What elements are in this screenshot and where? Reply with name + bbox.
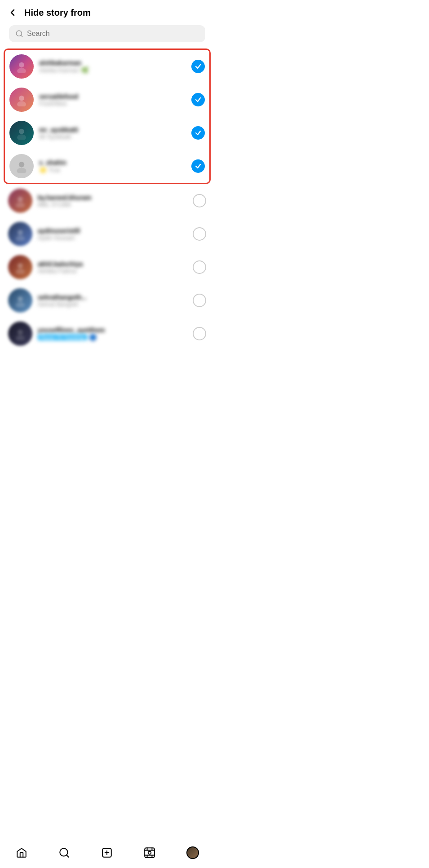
back-button[interactable]	[7, 7, 18, 18]
header: Hide story from	[0, 0, 214, 23]
avatar-8	[8, 288, 32, 313]
user-info-2: versatilefood FoodVibes	[39, 93, 186, 107]
user-item-3[interactable]: mr_ayubkatti Mr Ayubkatti	[5, 116, 209, 150]
svg-point-4	[19, 96, 24, 101]
user-item-5[interactable]: by.hareed.khuram MBL 371389	[4, 184, 211, 217]
user-info-4: s_shahin 🌟True	[39, 159, 186, 173]
user-info-1: alshbakarman Alshba Karman🌿	[39, 59, 186, 74]
checkbox-4[interactable]	[191, 159, 205, 173]
avatar-1	[9, 54, 34, 79]
search-container	[0, 23, 214, 48]
user-handle-4: s_shahin	[39, 159, 186, 166]
user-item-6[interactable]: aydinuseristill Aydin Hussain	[4, 217, 211, 251]
svg-point-6	[19, 129, 24, 134]
checkbox-6[interactable]	[193, 227, 206, 241]
svg-point-2	[19, 62, 24, 68]
user-handle-9: yousefllives_ayetthem	[38, 326, 187, 334]
user-item-4[interactable]: s_shahin 🌟True	[5, 150, 209, 183]
svg-point-10	[18, 197, 23, 202]
avatar-9	[8, 322, 32, 346]
svg-point-8	[19, 162, 24, 167]
user-info-5: by.hareed.khuram MBL 371389	[38, 194, 187, 208]
avatar-4	[9, 154, 34, 178]
checkbox-2[interactable]	[191, 93, 205, 106]
user-fullname-6: Aydin Hussain	[38, 234, 187, 241]
search-icon	[15, 30, 23, 38]
svg-point-18	[18, 330, 23, 335]
user-handle-5: by.hareed.khuram	[38, 194, 187, 201]
user-info-8: sehrathangoth... Sehrat Bangoth	[38, 294, 187, 308]
search-input[interactable]	[27, 30, 199, 38]
checkbox-5[interactable]	[193, 194, 206, 207]
avatar-7	[8, 255, 32, 279]
user-handle-2: versatilefood	[39, 93, 186, 100]
user-info-3: mr_ayubkatti Mr Ayubkatti	[39, 126, 186, 140]
user-fullname-4: 🌟True	[39, 166, 186, 173]
user-item-7[interactable]: akhil.balochiya Akhilba Fatima	[4, 251, 211, 284]
user-info-6: aydinuseristill Aydin Hussain	[38, 227, 187, 241]
user-handle-6: aydinuseristill	[38, 227, 187, 234]
checkbox-7[interactable]	[193, 260, 206, 274]
svg-point-5	[17, 101, 26, 106]
svg-point-17	[16, 302, 25, 307]
svg-point-7	[17, 134, 26, 140]
user-handle-3: mr_ayubkatti	[39, 126, 186, 133]
user-info-7: akhil.balochiya Akhilba Fatima	[38, 260, 187, 274]
svg-point-15	[16, 269, 25, 274]
user-item-9[interactable]: yousefllives_ayetthem Pause TV Tracking …	[4, 317, 211, 350]
user-fullname-1: Alshba Karman🌿	[39, 66, 186, 74]
avatar-3	[9, 121, 34, 145]
page-title: Hide story from	[24, 8, 91, 18]
user-handle-7: akhil.balochiya	[38, 260, 187, 268]
svg-point-16	[18, 296, 23, 302]
user-fullname-5: MBL 371389	[38, 201, 187, 208]
avatar-2	[9, 88, 34, 112]
svg-point-9	[17, 168, 26, 173]
svg-point-3	[17, 68, 26, 73]
user-item-8[interactable]: sehrathangoth... Sehrat Bangoth	[4, 284, 211, 317]
svg-point-11	[16, 202, 25, 207]
checkbox-3[interactable]	[191, 126, 205, 140]
user-fullname-2: FoodVibes	[39, 100, 186, 107]
user-fullname-7: Akhilba Fatima	[38, 268, 187, 274]
svg-point-19	[16, 335, 25, 340]
avatar-5	[8, 189, 32, 213]
checkbox-9[interactable]	[193, 327, 206, 340]
user-item-1[interactable]: alshbakarman Alshba Karman🌿	[5, 50, 209, 83]
checkbox-1[interactable]	[191, 60, 205, 73]
svg-point-13	[16, 235, 25, 241]
svg-point-12	[18, 230, 23, 235]
user-fullname-9: Pause TV Tracking 🔵	[38, 334, 187, 341]
user-handle-1: alshbakarman	[39, 59, 186, 66]
svg-point-14	[18, 263, 23, 269]
svg-line-1	[21, 35, 22, 36]
user-info-9: yousefllives_ayetthem Pause TV Tracking …	[38, 326, 187, 341]
user-item-2[interactable]: versatilefood FoodVibes	[5, 83, 209, 116]
avatar-6	[8, 222, 32, 246]
user-handle-8: sehrathangoth...	[38, 294, 187, 301]
user-fullname-8: Sehrat Bangoth	[38, 301, 187, 308]
search-bar	[9, 25, 205, 42]
user-list: alshbakarman Alshba Karman🌿	[0, 48, 214, 386]
checkbox-8[interactable]	[193, 294, 206, 307]
user-fullname-3: Mr Ayubkatti	[39, 133, 186, 140]
